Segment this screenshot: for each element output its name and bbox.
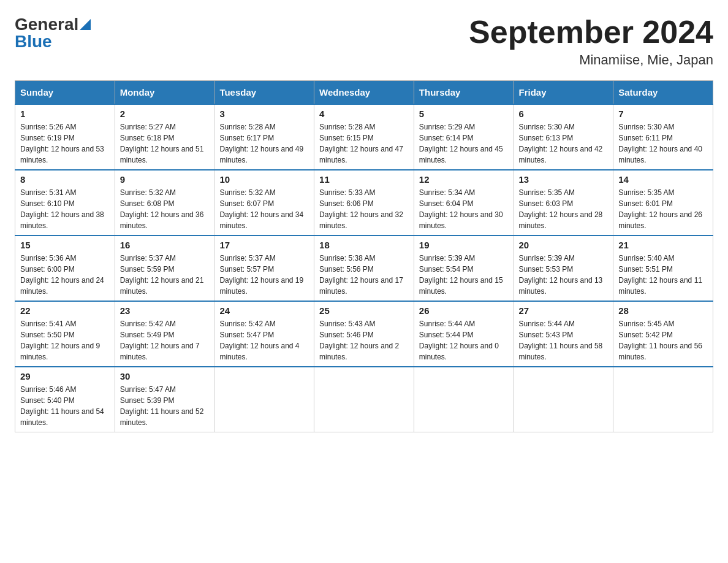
calendar-cell: 23 Sunrise: 5:42 AMSunset: 5:49 PMDaylig…: [115, 301, 214, 367]
calendar-cell: 30 Sunrise: 5:47 AMSunset: 5:39 PMDaylig…: [115, 367, 214, 432]
calendar-cell: [613, 367, 713, 432]
day-number: 27: [519, 305, 609, 316]
logo: General Blue: [15, 15, 91, 52]
calendar-week-4: 22 Sunrise: 5:41 AMSunset: 5:50 PMDaylig…: [15, 301, 713, 367]
calendar-week-2: 8 Sunrise: 5:31 AMSunset: 6:10 PMDayligh…: [15, 170, 713, 236]
day-number: 10: [219, 174, 309, 185]
calendar-cell: 13 Sunrise: 5:35 AMSunset: 6:03 PMDaylig…: [514, 170, 613, 236]
day-info: Sunrise: 5:36 AMSunset: 6:00 PMDaylight:…: [20, 253, 110, 297]
day-number: 16: [120, 240, 210, 250]
calendar-week-5: 29 Sunrise: 5:46 AMSunset: 5:40 PMDaylig…: [15, 367, 713, 432]
calendar-cell: 11 Sunrise: 5:33 AMSunset: 6:06 PMDaylig…: [314, 170, 414, 236]
day-number: 3: [219, 109, 309, 119]
calendar-cell: 4 Sunrise: 5:28 AMSunset: 6:15 PMDayligh…: [314, 104, 414, 170]
day-number: 15: [20, 240, 110, 250]
day-info: Sunrise: 5:30 AMSunset: 6:11 PMDaylight:…: [618, 121, 708, 166]
calendar-cell: 5 Sunrise: 5:29 AMSunset: 6:14 PMDayligh…: [414, 104, 514, 170]
calendar-body: 1 Sunrise: 5:26 AMSunset: 6:19 PMDayligh…: [15, 104, 713, 432]
day-info: Sunrise: 5:41 AMSunset: 5:50 PMDaylight:…: [20, 318, 110, 362]
day-number: 30: [120, 371, 210, 381]
day-number: 1: [20, 109, 110, 119]
calendar-cell: 29 Sunrise: 5:46 AMSunset: 5:40 PMDaylig…: [15, 367, 115, 432]
calendar-cell: 24 Sunrise: 5:42 AMSunset: 5:47 PMDaylig…: [214, 301, 314, 367]
day-info: Sunrise: 5:45 AMSunset: 5:42 PMDaylight:…: [618, 318, 708, 362]
logo-text-blue: Blue: [15, 32, 91, 52]
day-number: 7: [618, 109, 708, 119]
calendar-cell: 3 Sunrise: 5:28 AMSunset: 6:17 PMDayligh…: [214, 104, 314, 170]
day-info: Sunrise: 5:27 AMSunset: 6:18 PMDaylight:…: [120, 121, 210, 166]
day-number: 29: [20, 371, 110, 381]
calendar-cell: [414, 367, 514, 432]
calendar-cell: 1 Sunrise: 5:26 AMSunset: 6:19 PMDayligh…: [15, 104, 115, 170]
day-number: 28: [618, 305, 708, 316]
calendar-cell: 27 Sunrise: 5:44 AMSunset: 5:43 PMDaylig…: [514, 301, 613, 367]
day-info: Sunrise: 5:42 AMSunset: 5:47 PMDaylight:…: [219, 318, 309, 362]
day-info: Sunrise: 5:35 AMSunset: 6:01 PMDaylight:…: [618, 187, 708, 231]
day-info: Sunrise: 5:46 AMSunset: 5:40 PMDaylight:…: [20, 384, 110, 428]
calendar-header-row: Sunday Monday Tuesday Wednesday Thursday…: [15, 81, 713, 105]
day-info: Sunrise: 5:28 AMSunset: 6:15 PMDaylight:…: [319, 121, 409, 166]
calendar-cell: 9 Sunrise: 5:32 AMSunset: 6:08 PMDayligh…: [115, 170, 214, 236]
day-info: Sunrise: 5:42 AMSunset: 5:49 PMDaylight:…: [120, 318, 210, 362]
title-block: September 2024 Minamiise, Mie, Japan: [469, 15, 713, 68]
day-number: 21: [618, 240, 708, 250]
day-number: 4: [319, 109, 409, 119]
day-number: 6: [519, 109, 609, 119]
day-info: Sunrise: 5:28 AMSunset: 6:17 PMDaylight:…: [219, 121, 309, 166]
day-info: Sunrise: 5:44 AMSunset: 5:44 PMDaylight:…: [419, 318, 509, 362]
day-info: Sunrise: 5:37 AMSunset: 5:59 PMDaylight:…: [120, 253, 210, 297]
calendar-cell: 28 Sunrise: 5:45 AMSunset: 5:42 PMDaylig…: [613, 301, 713, 367]
svg-marker-0: [80, 19, 91, 30]
day-info: Sunrise: 5:40 AMSunset: 5:51 PMDaylight:…: [618, 253, 708, 297]
header-saturday: Saturday: [613, 81, 713, 105]
day-number: 13: [519, 174, 609, 185]
day-info: Sunrise: 5:32 AMSunset: 6:07 PMDaylight:…: [219, 187, 309, 231]
calendar-week-1: 1 Sunrise: 5:26 AMSunset: 6:19 PMDayligh…: [15, 104, 713, 170]
calendar-cell: 15 Sunrise: 5:36 AMSunset: 6:00 PMDaylig…: [15, 236, 115, 301]
calendar-cell: 26 Sunrise: 5:44 AMSunset: 5:44 PMDaylig…: [414, 301, 514, 367]
calendar-cell: 10 Sunrise: 5:32 AMSunset: 6:07 PMDaylig…: [214, 170, 314, 236]
logo-triangle-icon: [80, 19, 91, 30]
calendar-cell: 25 Sunrise: 5:43 AMSunset: 5:46 PMDaylig…: [314, 301, 414, 367]
header-tuesday: Tuesday: [214, 81, 314, 105]
calendar-cell: [514, 367, 613, 432]
calendar-cell: 19 Sunrise: 5:39 AMSunset: 5:54 PMDaylig…: [414, 236, 514, 301]
day-number: 17: [219, 240, 309, 250]
day-number: 18: [319, 240, 409, 250]
calendar-cell: 21 Sunrise: 5:40 AMSunset: 5:51 PMDaylig…: [613, 236, 713, 301]
day-number: 23: [120, 305, 210, 316]
day-number: 22: [20, 305, 110, 316]
day-info: Sunrise: 5:29 AMSunset: 6:14 PMDaylight:…: [419, 121, 509, 166]
calendar-cell: 16 Sunrise: 5:37 AMSunset: 5:59 PMDaylig…: [115, 236, 214, 301]
header-monday: Monday: [115, 81, 214, 105]
calendar-cell: 2 Sunrise: 5:27 AMSunset: 6:18 PMDayligh…: [115, 104, 214, 170]
calendar-cell: 7 Sunrise: 5:30 AMSunset: 6:11 PMDayligh…: [613, 104, 713, 170]
day-info: Sunrise: 5:31 AMSunset: 6:10 PMDaylight:…: [20, 187, 110, 231]
day-info: Sunrise: 5:30 AMSunset: 6:13 PMDaylight:…: [519, 121, 609, 166]
day-info: Sunrise: 5:33 AMSunset: 6:06 PMDaylight:…: [319, 187, 409, 231]
day-info: Sunrise: 5:47 AMSunset: 5:39 PMDaylight:…: [120, 384, 210, 428]
day-info: Sunrise: 5:39 AMSunset: 5:54 PMDaylight:…: [419, 253, 509, 297]
calendar-subtitle: Minamiise, Mie, Japan: [469, 52, 713, 68]
day-info: Sunrise: 5:43 AMSunset: 5:46 PMDaylight:…: [319, 318, 409, 362]
calendar-cell: 14 Sunrise: 5:35 AMSunset: 6:01 PMDaylig…: [613, 170, 713, 236]
day-number: 5: [419, 109, 509, 119]
day-number: 20: [519, 240, 609, 250]
day-number: 14: [618, 174, 708, 185]
day-number: 8: [20, 174, 110, 185]
day-info: Sunrise: 5:35 AMSunset: 6:03 PMDaylight:…: [519, 187, 609, 231]
day-info: Sunrise: 5:44 AMSunset: 5:43 PMDaylight:…: [519, 318, 609, 362]
day-info: Sunrise: 5:34 AMSunset: 6:04 PMDaylight:…: [419, 187, 509, 231]
day-number: 2: [120, 109, 210, 119]
day-number: 11: [319, 174, 409, 185]
day-info: Sunrise: 5:39 AMSunset: 5:53 PMDaylight:…: [519, 253, 609, 297]
calendar-table: Sunday Monday Tuesday Wednesday Thursday…: [15, 80, 713, 432]
header-thursday: Thursday: [414, 81, 514, 105]
calendar-cell: 8 Sunrise: 5:31 AMSunset: 6:10 PMDayligh…: [15, 170, 115, 236]
calendar-cell: [214, 367, 314, 432]
day-number: 9: [120, 174, 210, 185]
calendar-cell: 18 Sunrise: 5:38 AMSunset: 5:56 PMDaylig…: [314, 236, 414, 301]
header-sunday: Sunday: [15, 81, 115, 105]
header-wednesday: Wednesday: [314, 81, 414, 105]
day-info: Sunrise: 5:38 AMSunset: 5:56 PMDaylight:…: [319, 253, 409, 297]
